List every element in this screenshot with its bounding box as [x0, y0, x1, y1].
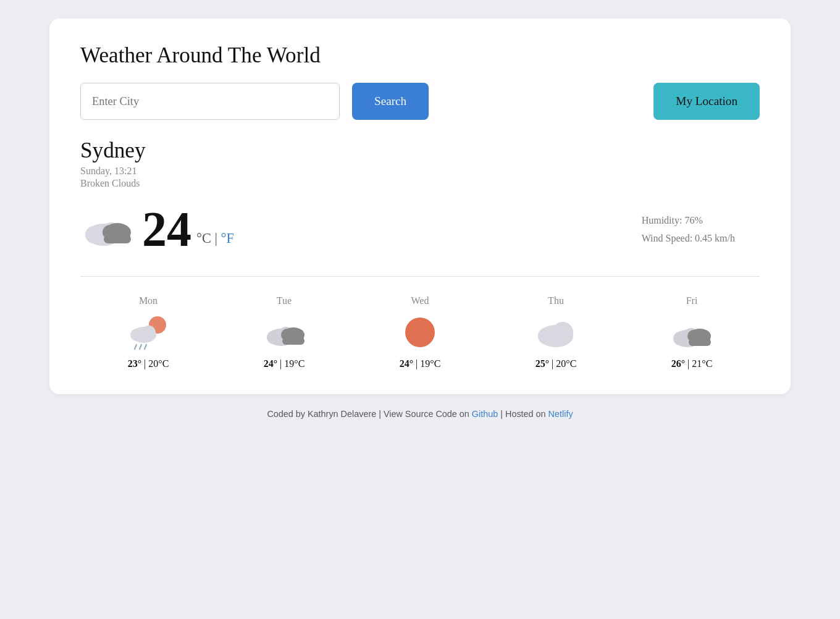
forecast-icon-4	[670, 314, 713, 351]
footer: Coded by Kathryn Delavere | View Source …	[267, 409, 573, 419]
forecast-temps-2: 24° | 19°C	[400, 358, 441, 369]
forecast-row: Mon 23° | 20°C Tue	[80, 289, 760, 369]
svg-point-1	[85, 226, 103, 243]
city-condition: Broken Clouds	[80, 178, 760, 189]
footer-credit: Coded by Kathryn Delavere | View Source …	[267, 409, 471, 419]
forecast-temps-0: 23° | 20°C	[128, 358, 169, 369]
divider	[80, 276, 760, 277]
forecast-day-1: Tue 24° | 19°C	[247, 295, 321, 369]
forecast-day-name-1: Tue	[277, 295, 292, 306]
forecast-icon-1	[262, 314, 306, 351]
forecast-icon-2	[398, 314, 442, 351]
forecast-icon-3	[534, 314, 578, 351]
forecast-day-name-2: Wed	[411, 295, 429, 306]
city-name: Sydney	[80, 138, 760, 163]
forecast-day-name-4: Fri	[686, 295, 698, 306]
forecast-icon-0	[127, 314, 170, 351]
humidity: Humidity: 76%	[642, 212, 735, 230]
search-row: Search My Location	[80, 83, 760, 120]
svg-rect-6	[104, 235, 131, 243]
app-title: Weather Around The World	[80, 43, 760, 68]
unit-toggle[interactable]: °C | °F	[196, 230, 234, 246]
my-location-button[interactable]: My Location	[653, 83, 760, 120]
svg-line-11	[135, 345, 136, 349]
current-weather-icon	[80, 205, 142, 255]
netlify-link[interactable]: Netlify	[548, 409, 573, 419]
unit-separator: |	[211, 230, 221, 246]
forecast-day-name-3: Thu	[548, 295, 564, 306]
unit-fahrenheit[interactable]: °F	[221, 230, 234, 246]
forecast-day-4: Fri 26° | 21°C	[655, 295, 729, 369]
wind-speed: Wind Speed: 0.45 km/h	[642, 230, 735, 248]
weather-stats: Humidity: 76% Wind Speed: 0.45 km/h	[642, 212, 760, 248]
svg-point-21	[405, 318, 435, 347]
forecast-temps-3: 25° | 20°C	[536, 358, 577, 369]
svg-line-12	[140, 345, 141, 349]
footer-separator: | Hosted on	[498, 409, 548, 419]
unit-celsius[interactable]: °C	[196, 230, 211, 246]
svg-point-9	[130, 329, 143, 341]
forecast-day-2: Wed 24° | 19°C	[383, 295, 457, 369]
svg-rect-20	[282, 337, 304, 345]
forecast-day-name-0: Mon	[139, 295, 158, 306]
svg-point-24	[552, 322, 573, 343]
forecast-day-3: Thu 25° | 20°C	[519, 295, 593, 369]
forecast-day-0: Mon 23° | 20°C	[111, 295, 185, 369]
weather-main: 24 °C | °F Humidity: 76% Wind Speed: 0.4…	[80, 201, 760, 258]
weather-card: Weather Around The World Search My Locat…	[49, 19, 791, 394]
temperature: 24	[142, 201, 191, 258]
svg-line-13	[145, 345, 146, 349]
forecast-temps-1: 24° | 19°C	[264, 358, 305, 369]
city-input[interactable]	[80, 83, 340, 120]
svg-rect-31	[689, 339, 711, 346]
search-button[interactable]: Search	[352, 83, 429, 120]
svg-point-10	[142, 326, 156, 339]
github-link[interactable]: Github	[472, 409, 498, 419]
forecast-temps-4: 26° | 21°C	[671, 358, 713, 369]
city-date: Sunday, 13:21	[80, 166, 760, 177]
